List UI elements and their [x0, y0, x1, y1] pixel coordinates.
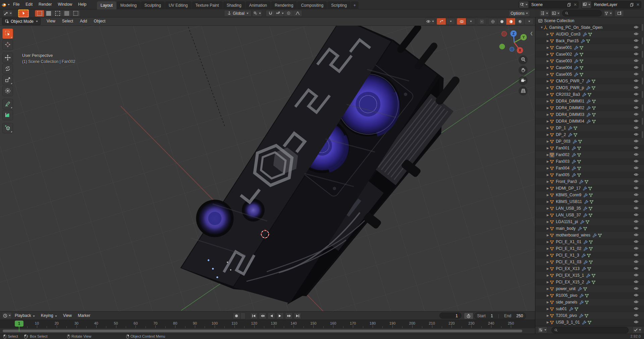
modifier-wrench-icon[interactable]: [572, 153, 576, 157]
expand-arrow-icon[interactable]: ▶: [546, 146, 549, 150]
hide-eye-icon[interactable]: [634, 219, 639, 223]
tool-cursor[interactable]: [2, 40, 13, 50]
timeline-menu-playback[interactable]: Playback: [12, 312, 38, 320]
mesh-data-icon[interactable]: [589, 247, 593, 251]
properties-filter-dropdown[interactable]: [633, 327, 642, 333]
modifier-wrench-icon[interactable]: [581, 39, 585, 43]
tool-annotate[interactable]: [2, 99, 13, 109]
view-layer-name[interactable]: RenderLayer: [591, 2, 629, 7]
pivot-point-dropdown[interactable]: [252, 10, 262, 17]
mesh-data-icon[interactable]: [589, 260, 593, 264]
expand-arrow-icon[interactable]: ▶: [546, 207, 549, 210]
mesh-data-icon[interactable]: [591, 273, 596, 278]
proportional-editing-button[interactable]: [284, 10, 293, 17]
select-mode-set-button[interactable]: [35, 10, 44, 17]
mesh-data-icon[interactable]: [588, 213, 593, 217]
hide-eye-icon[interactable]: [634, 79, 639, 83]
modifier-wrench-icon[interactable]: [583, 206, 587, 211]
mesh-data-icon[interactable]: [573, 126, 578, 130]
hide-eye-icon[interactable]: [634, 240, 639, 244]
outliner-row[interactable]: ▶PCI_EX_X15_2: [535, 279, 644, 285]
outliner-row[interactable]: ▶Back_Pan15: [535, 38, 644, 44]
hide-eye-icon[interactable]: [634, 179, 639, 183]
options-dropdown[interactable]: Options: [508, 10, 530, 17]
modifier-wrench-icon[interactable]: [586, 86, 590, 90]
outliner-filter-dropdown[interactable]: [603, 10, 613, 17]
timeline-ruler[interactable]: 1020304050607080901001101201301401501601…: [0, 320, 535, 328]
outliner-row[interactable]: ▶CR2032_Ba3: [535, 91, 644, 98]
mesh-data-icon[interactable]: [587, 253, 591, 258]
expand-arrow-icon[interactable]: ▶: [546, 321, 549, 324]
expand-arrow-icon[interactable]: ▶: [546, 153, 549, 156]
region-collapse-chevron[interactable]: ❮: [530, 31, 533, 36]
xray-toggle[interactable]: [477, 18, 486, 25]
expand-arrow-icon[interactable]: ▶: [546, 59, 549, 63]
hide-eye-icon[interactable]: [634, 206, 639, 210]
mesh-data-icon[interactable]: [585, 293, 589, 298]
modifier-wrench-icon[interactable]: [582, 320, 586, 325]
hide-eye-icon[interactable]: [634, 273, 639, 277]
viewport-menu-object[interactable]: Object: [91, 17, 109, 25]
expand-arrow-icon[interactable]: ▶: [546, 267, 549, 270]
menu-window[interactable]: Window: [55, 0, 75, 9]
mesh-data-icon[interactable]: [588, 32, 592, 37]
expand-arrow-icon[interactable]: ▶: [546, 173, 549, 177]
expand-arrow-icon[interactable]: ▶: [546, 39, 549, 43]
hide-eye-icon[interactable]: [634, 253, 639, 257]
zoom-button[interactable]: [519, 55, 528, 64]
collapse-arrow-icon[interactable]: ▼: [540, 26, 543, 29]
mesh-data-icon[interactable]: [591, 79, 596, 83]
mesh-data-icon[interactable]: [577, 146, 581, 150]
expand-arrow-icon[interactable]: ▶: [546, 113, 549, 116]
hide-eye-icon[interactable]: [634, 186, 639, 190]
hide-eye-icon[interactable]: [634, 293, 639, 297]
modifier-wrench-icon[interactable]: [586, 273, 590, 278]
outliner-row[interactable]: ▶sub01: [535, 306, 644, 312]
modifier-wrench-icon[interactable]: [582, 267, 586, 271]
outliner-row[interactable]: ▶DP_2: [535, 131, 644, 138]
timeline-menu-view[interactable]: View: [60, 312, 75, 320]
modifier-wrench-icon[interactable]: [579, 300, 584, 304]
mesh-data-icon[interactable]: [579, 46, 584, 50]
show-overlays-toggle[interactable]: [457, 18, 466, 25]
hide-eye-icon[interactable]: [634, 213, 639, 217]
outliner-row[interactable]: ▶LAN_USB_37: [535, 212, 644, 218]
outliner-row[interactable]: ▶Case002: [535, 51, 644, 58]
expand-arrow-icon[interactable]: ▶: [546, 274, 549, 277]
hide-eye-icon[interactable]: [634, 119, 639, 123]
new-collection-button[interactable]: [614, 10, 624, 17]
outliner-row[interactable]: ▶PCI_EX_X15_1: [535, 272, 644, 279]
expand-arrow-icon[interactable]: ▶: [546, 300, 549, 304]
outliner-display-mode-dropdown[interactable]: [551, 10, 560, 17]
modifier-wrench-icon[interactable]: [572, 166, 576, 171]
modifier-wrench-icon[interactable]: [572, 159, 576, 164]
outliner-row[interactable]: ▶KBMS_Conn9: [535, 192, 644, 198]
outliner-row-group[interactable]: ▼Gaming_PC_On_State_Open: [535, 24, 644, 31]
show-gizmo-toggle[interactable]: [437, 18, 446, 25]
modifier-wrench-icon[interactable]: [586, 79, 590, 83]
modifier-wrench-icon[interactable]: [592, 233, 597, 238]
prev-keyframe-button[interactable]: [259, 313, 266, 319]
outliner-row[interactable]: ▶PCI_E_X1_03: [535, 259, 644, 265]
view-layer-icon[interactable]: [582, 1, 591, 8]
hide-eye-icon[interactable]: [634, 286, 639, 290]
view-layer-remove-icon[interactable]: ✕: [635, 2, 641, 8]
expand-arrow-icon[interactable]: ▶: [546, 53, 549, 56]
tool-select-box[interactable]: [2, 28, 13, 39]
expand-arrow-icon[interactable]: ▶: [546, 93, 549, 96]
outliner-row[interactable]: ▶R1005_pivo: [535, 292, 644, 299]
expand-arrow-icon[interactable]: ▶: [546, 120, 549, 123]
select-box-tool-button[interactable]: [18, 9, 29, 17]
outliner-row[interactable]: ▶motherboard_wires: [535, 232, 644, 239]
outliner-row[interactable]: ▶DDR4_DIMM04: [535, 118, 644, 125]
use-preview-range-toggle[interactable]: [464, 313, 473, 319]
expand-arrow-icon[interactable]: ▶: [546, 73, 549, 76]
hide-eye-icon[interactable]: [634, 52, 639, 56]
expand-arrow-icon[interactable]: ▶: [546, 233, 549, 237]
hide-eye-icon[interactable]: [634, 313, 639, 317]
tab-layout[interactable]: Layout: [97, 1, 116, 9]
mesh-data-icon[interactable]: [588, 206, 593, 211]
menu-render[interactable]: Render: [36, 0, 55, 9]
outliner-row[interactable]: ▶CMOS_PWR_p: [535, 84, 644, 91]
hide-eye-icon[interactable]: [634, 300, 639, 304]
